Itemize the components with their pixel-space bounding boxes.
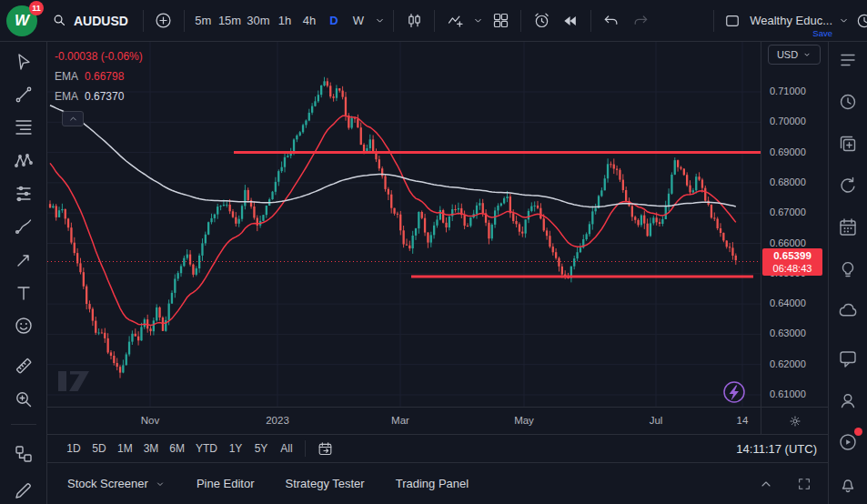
economic-calendar-button[interactable] [836,216,860,239]
interval-menu-caret[interactable] [372,7,387,35]
search-icon [52,13,67,28]
chevron-down-icon [472,15,484,26]
notification-dot [854,428,862,436]
hotlists-button[interactable] [836,132,860,156]
tool-cursor[interactable] [10,48,37,75]
tool-ruler[interactable] [10,353,37,379]
panel-collapse-button[interactable] [755,473,777,495]
layout-name-button[interactable]: Wealthy Educ... Save [746,5,836,36]
price-change: -0.00038 (-0.06%) [55,46,143,66]
ema-legend-row[interactable]: EMA0.66798 [55,66,143,86]
chat-cloud-button[interactable] [836,299,860,323]
layout-name-label: Wealthy Educ... [750,14,832,27]
symbol-search-button[interactable]: AUDUSD [44,6,136,35]
alerts-button[interactable] [836,90,860,114]
range-5d[interactable]: 5D [87,438,111,459]
watchlist-button[interactable] [836,48,860,72]
streams-button[interactable] [836,430,860,454]
tool-brush[interactable] [10,214,37,240]
price-axis[interactable]: USD 0.710000.700000.690000.680000.670000… [761,42,828,434]
range-1y[interactable]: 1Y [224,438,247,459]
divider [305,440,306,457]
last-price-label: 0.65399 06:48:43 [762,248,822,276]
range-6m[interactable]: 6M [165,438,189,459]
range-5y[interactable]: 5Y [249,438,273,459]
price-tick: 0.63000 [770,328,806,338]
interval-D[interactable]: D [321,8,346,34]
range-3m[interactable]: 3M [139,438,164,459]
messages-button[interactable] [836,347,860,370]
ema-legend-row[interactable]: EMA0.67370 [55,86,143,106]
legend-collapse-button[interactable] [62,111,84,126]
range-1d[interactable]: 1D [62,438,86,459]
clock-button[interactable] [851,7,867,35]
ideas-button[interactable] [836,257,860,281]
undo-button[interactable] [598,7,625,35]
tab-trading-panel[interactable]: Trading Panel [396,470,469,498]
interval-1h[interactable]: 1h [272,8,297,34]
tab-label: Stock Screener [67,477,148,490]
tab-stock-screener[interactable]: Stock Screener [67,470,166,498]
tool-drawing-templates[interactable] [10,478,37,504]
support-button[interactable] [836,388,860,412]
interval-W[interactable]: W [346,8,370,34]
last-price-value: 0.65399 [762,249,822,262]
tool-long-position[interactable] [10,180,37,207]
price-tick: 0.61000 [770,388,806,399]
ema-label: EMA [55,90,78,103]
redo-button[interactable] [627,7,654,35]
undo-icon [602,12,620,30]
tool-arrow-marker[interactable] [10,247,37,273]
indicators-caret[interactable] [470,7,485,35]
bar-replay-button[interactable] [557,7,584,35]
interval-30m[interactable]: 30m [244,8,272,34]
price-tick: 0.64000 [770,297,806,308]
range-ytd[interactable]: YTD [191,438,222,459]
app-logo[interactable]: W 11 [2,1,42,41]
indicators-button[interactable] [441,7,469,35]
chevron-up-icon [759,477,773,491]
price-tick: 0.71000 [770,86,806,96]
tool-fib-retracement[interactable] [10,115,37,141]
tab-pine-editor[interactable]: Pine Editor [197,470,255,498]
chart-style-button[interactable] [400,7,428,35]
chevron-down-icon [802,50,812,59]
grid-icon [491,11,510,30]
tool-object-tree[interactable] [10,440,37,467]
compare-add-symbol-button[interactable] [150,7,177,35]
tab-strategy-tester[interactable]: Strategy Tester [285,470,364,498]
tool-text[interactable] [10,279,37,306]
tool-zoom[interactable] [10,386,37,412]
interval-5m[interactable]: 5m [191,8,216,34]
interval-group: 5m15m30m1h4hDW [191,8,371,34]
tool-emoji[interactable] [10,313,37,339]
economic-calendar-icon [837,217,859,238]
panel-maximize-button[interactable] [793,473,815,495]
range-all[interactable]: All [275,438,298,459]
long-position-icon [13,183,35,205]
price-chart[interactable] [47,42,761,407]
interval-15m[interactable]: 15m [216,8,244,34]
time-axis[interactable]: Nov2023MarMayJul14 [47,407,828,434]
ema-label: EMA [55,70,78,83]
range-1m[interactable]: 1M [113,438,137,459]
tool-trend-line[interactable] [10,81,37,107]
time-tick: 2023 [257,415,297,426]
range-buttons: 1D5D1M3M6MYTD1Y5YAll [62,438,298,459]
go-to-date-button[interactable] [312,437,338,460]
utc-clock[interactable]: 14:11:17 (UTC) [736,442,817,456]
zoom-icon [13,388,35,410]
interval-4h[interactable]: 4h [297,8,321,34]
tool-xabcd-pattern[interactable] [10,147,37,174]
alert-button[interactable] [528,7,555,35]
ruler-icon [13,355,35,377]
layout-caret[interactable] [836,7,851,35]
date-range-row: 1D5D1M3M6MYTD1Y5YAll 14:11:17 (UTC) [47,434,828,462]
save-link[interactable]: Save [812,28,832,38]
notifications-button[interactable] [836,472,860,496]
refresh-button[interactable] [836,174,860,197]
alarm-clock-icon [532,11,551,30]
layout-button[interactable] [719,7,746,35]
grid-layout-button[interactable] [487,7,514,35]
currency-selector[interactable]: USD [768,45,821,65]
